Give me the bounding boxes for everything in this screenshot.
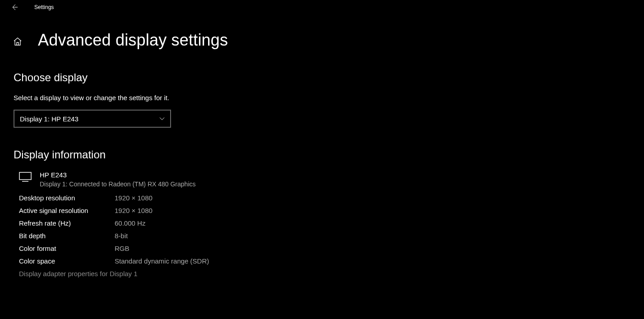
dropdown-selected-text: Display 1: HP E243 [20,115,79,123]
table-row: Color format RGB [19,245,644,252]
table-row: Desktop resolution 1920 × 1080 [19,194,644,202]
table-row: Color space Standard dynamic range (SDR) [19,257,644,265]
table-row: Active signal resolution 1920 × 1080 [19,207,644,214]
display-properties-table: Desktop resolution 1920 × 1080 Active si… [19,194,644,265]
prop-value: Standard dynamic range (SDR) [115,257,209,265]
prop-value: 1920 × 1080 [115,194,153,202]
prop-label: Active signal resolution [19,207,115,214]
prop-value: RGB [115,245,130,252]
prop-label: Desktop resolution [19,194,115,202]
adapter-properties-link[interactable]: Display adapter properties for Display 1 [19,270,644,277]
choose-display-description: Select a display to view or change the s… [14,94,644,102]
monitor-summary: HP E243 Display 1: Connected to Radeon (… [19,171,644,188]
display-selector-dropdown[interactable]: Display 1: HP E243 [14,110,171,128]
back-arrow-icon [11,4,18,11]
prop-label: Refresh rate (Hz) [19,219,115,227]
monitor-icon [19,172,32,184]
table-row: Bit depth 8-bit [19,232,644,240]
display-info-heading: Display information [14,148,644,161]
app-title: Settings [34,4,54,10]
titlebar: Settings [0,0,644,14]
prop-label: Bit depth [19,232,115,240]
page-title: Advanced display settings [38,31,228,50]
home-button[interactable] [13,37,23,46]
back-button[interactable] [8,1,21,14]
table-row: Refresh rate (Hz) 60.000 Hz [19,219,644,227]
header: Advanced display settings [0,31,644,50]
content: Choose display Select a display to view … [0,50,644,277]
home-icon [13,37,22,46]
prop-label: Color format [19,245,115,252]
prop-value: 1920 × 1080 [115,207,153,214]
prop-label: Color space [19,257,115,265]
prop-value: 60.000 Hz [115,219,145,227]
monitor-connection: Display 1: Connected to Radeon (TM) RX 4… [40,180,196,188]
prop-value: 8-bit [115,232,128,240]
display-information-section: Display information HP E243 Display 1: C… [14,148,644,277]
choose-display-heading: Choose display [14,71,644,84]
chevron-down-icon [159,116,165,121]
monitor-name: HP E243 [40,171,196,179]
svg-rect-0 [19,172,31,180]
